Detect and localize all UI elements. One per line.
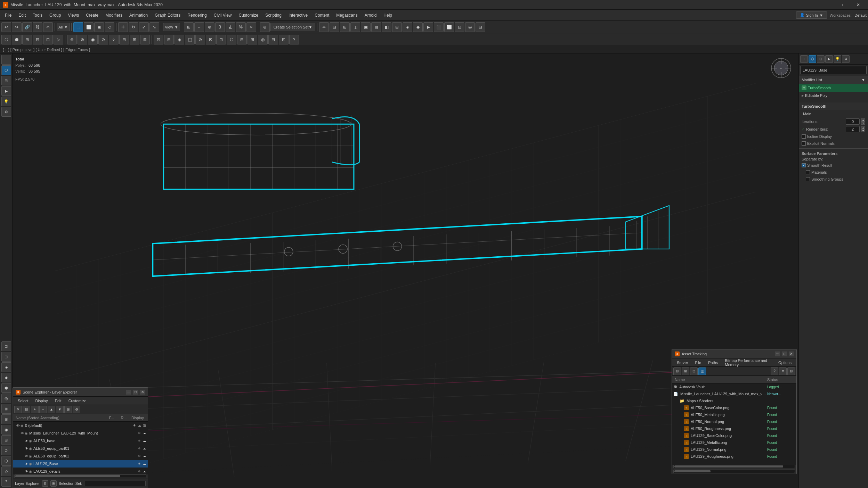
render-frame-button[interactable]: ⬛: [434, 22, 444, 32]
hierarchy-tool[interactable]: ⊟: [1, 76, 11, 85]
left-misc-4[interactable]: ◆: [1, 373, 11, 382]
coord-button[interactable]: ⊞: [184, 22, 194, 32]
se-up-btn[interactable]: ▲: [48, 406, 55, 413]
rp-create-btn[interactable]: +: [800, 55, 808, 63]
se-tab-select[interactable]: Select: [15, 398, 31, 404]
pivot-button[interactable]: ⊕: [205, 22, 214, 32]
render-iters-value[interactable]: 2: [846, 126, 860, 132]
se-row-ale50equip1[interactable]: 👁 ◉ ALE50_equip_part01 ❄ ☁: [13, 445, 148, 452]
obj-paint2-button[interactable]: ⊝: [195, 35, 205, 44]
se-row-0default[interactable]: 👁 ◉ 0 (default) ❄ ☁ ◫: [13, 422, 148, 429]
loop-tools-button[interactable]: ⊞: [248, 35, 257, 44]
iterations-down[interactable]: ▼: [861, 122, 865, 125]
track-view-button[interactable]: ⊞: [392, 22, 402, 32]
select-object-button[interactable]: ⬚: [73, 22, 83, 32]
signin-button[interactable]: 👤 Sign In ▼: [796, 11, 827, 19]
se-close-btn[interactable]: ✕: [14, 406, 22, 413]
display-props-button[interactable]: ⊟: [33, 35, 42, 44]
modifier-editable-poly[interactable]: ▶ Editable Poly: [799, 92, 868, 99]
create-selection-set-button[interactable]: Create Selection Set ▼: [270, 23, 316, 31]
se-row-lau129base[interactable]: 👁 ◉ LAU129_Base ❄ ☁: [13, 460, 148, 468]
smoothing-groups-checkbox[interactable]: [806, 177, 810, 181]
at-btn-7[interactable]: ⊟: [787, 367, 795, 375]
left-misc-11[interactable]: ⊙: [1, 446, 11, 455]
left-misc-2[interactable]: ⊞: [1, 352, 11, 362]
menu-graph-editors[interactable]: Graph Editors: [151, 11, 184, 19]
selection-set-input[interactable]: [84, 481, 146, 486]
misc3-button[interactable]: ⊡: [279, 35, 289, 44]
menu-modifiers[interactable]: Modifiers: [102, 11, 126, 19]
at-btn-4[interactable]: ◫: [698, 367, 706, 375]
angle-snap-button[interactable]: ∡: [226, 22, 235, 32]
material-ed-button[interactable]: ◆: [413, 22, 423, 32]
subdivision-button[interactable]: ◈: [175, 35, 184, 44]
se-footer-btn1[interactable]: ⊟: [42, 480, 48, 487]
at-row-lau129metallic[interactable]: T LAU129_Metallic.png Found: [672, 439, 796, 446]
menu-interactive[interactable]: Interactive: [285, 11, 311, 19]
object-paint-button[interactable]: ⊕: [67, 35, 77, 44]
se-footer-btn2[interactable]: ⊞: [50, 480, 57, 487]
se-delete-btn[interactable]: −: [39, 406, 47, 413]
move-button[interactable]: ✛: [118, 22, 128, 32]
left-misc-6[interactable]: ◎: [1, 394, 11, 403]
xview-button[interactable]: ⊡: [154, 35, 163, 44]
rp-display-btn[interactable]: 💡: [834, 55, 841, 63]
populate2-button[interactable]: ◉: [88, 35, 98, 44]
percent-snap-button[interactable]: %: [236, 22, 246, 32]
isolate-button[interactable]: ⊞: [22, 35, 32, 44]
se-tab-customize[interactable]: Customize: [66, 398, 89, 404]
asset-tracking-minimize[interactable]: ─: [775, 351, 780, 356]
shapes-button[interactable]: ▷: [54, 35, 63, 44]
color-button[interactable]: ⬡: [227, 35, 236, 44]
at-menu-options[interactable]: Options: [776, 360, 794, 365]
select-filter-button[interactable]: ⊛: [260, 22, 270, 32]
materials-checkbox[interactable]: [806, 170, 810, 174]
se-sort-btn[interactable]: ⊞: [64, 406, 72, 413]
menu-content[interactable]: Content: [311, 11, 333, 19]
at-row-lau129basecolor[interactable]: T LAU129_BaseColor.png Found: [672, 432, 796, 439]
menu-edit[interactable]: Edit: [15, 11, 29, 19]
left-misc-9[interactable]: ◉: [1, 425, 11, 435]
redo-button[interactable]: ↪: [12, 22, 22, 32]
mirror-button[interactable]: ⇔: [319, 22, 329, 32]
menu-customize[interactable]: Customize: [235, 11, 262, 19]
scene-explorer-minimize[interactable]: ─: [126, 390, 131, 395]
asset-tracking-scrollbar-v[interactable]: [673, 470, 795, 473]
se-add-btn[interactable]: +: [31, 406, 39, 413]
at-btn-6[interactable]: ⚙: [779, 367, 787, 375]
scene-explorer-scrollbar[interactable]: [14, 474, 146, 478]
frozen-button[interactable]: ⊡: [43, 35, 53, 44]
at-row-vault[interactable]: 🏛 Autodesk Vault Logged...: [672, 383, 796, 390]
layer-dropdown[interactable]: All ▼: [57, 23, 70, 31]
at-row-ale50metallic[interactable]: T ALE50_Metallic.png Found: [672, 411, 796, 418]
align3-button[interactable]: ◫: [350, 22, 360, 32]
bind-button[interactable]: ∞: [43, 22, 53, 32]
rp-modify-btn[interactable]: ⬡: [809, 55, 816, 63]
retopology-button[interactable]: ⊠: [140, 35, 150, 44]
at-btn-2[interactable]: ⊞: [682, 367, 689, 375]
select-lasso-button[interactable]: ◇: [105, 22, 114, 32]
asset-tracking-close[interactable]: ✕: [789, 351, 794, 356]
hair-button[interactable]: ⊞: [130, 35, 139, 44]
link-button[interactable]: 🔗: [22, 22, 32, 32]
view-dropdown[interactable]: View ▼: [163, 23, 180, 31]
help-button[interactable]: ?: [289, 35, 299, 44]
render-to-tex-button[interactable]: ⊟: [476, 22, 485, 32]
at-row-lau129roughness[interactable]: T LAU129_Roughness.png Found: [672, 453, 796, 460]
rp-motion-btn[interactable]: ▶: [825, 55, 833, 63]
scale-type-button[interactable]: ⤡: [149, 22, 159, 32]
maximize-button[interactable]: □: [837, 0, 851, 9]
point-button[interactable]: ⬡: [1, 35, 11, 44]
at-menu-server[interactable]: Server: [674, 360, 691, 365]
scene-explorer-restore[interactable]: □: [133, 390, 138, 395]
layer-mgr-button[interactable]: ▤: [371, 22, 381, 32]
se-row-lau129details[interactable]: 👁 ◉ LAU129_details ❄ ☁: [13, 468, 148, 474]
select-region-button[interactable]: ⬜: [84, 22, 94, 32]
snap-button[interactable]: 3: [215, 22, 225, 32]
menu-rendering[interactable]: Rendering: [184, 11, 210, 19]
isoline-display-checkbox[interactable]: [802, 134, 806, 139]
render-iters-spinner[interactable]: ▲ ▼: [861, 126, 865, 132]
cloth-button[interactable]: ⊟: [119, 35, 129, 44]
se-row-ale50base[interactable]: 👁 ◉ ALE50_base ❄ ☁: [13, 437, 148, 445]
unlink-button[interactable]: ⛓: [33, 22, 42, 32]
